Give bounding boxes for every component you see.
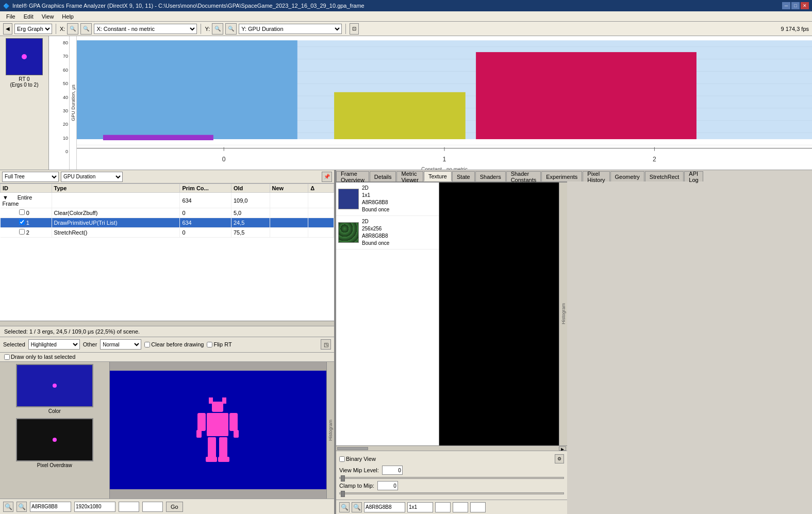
table-row[interactable]: ▶ 2 StretchRect() 0 75,5 xyxy=(1,228,334,238)
table-row[interactable]: ▼ Entire Frame 634 109,0 xyxy=(1,193,334,208)
overdraw-thumbnail[interactable] xyxy=(16,418,93,461)
y-metric-select[interactable]: Y: GPU Duration xyxy=(239,24,342,34)
texture-scroll-thumb[interactable] xyxy=(337,447,368,450)
tab-geometry[interactable]: Geometry xyxy=(610,171,644,181)
texture-item-2[interactable]: 2D 256x256 A8R8G8B8 Bound once xyxy=(336,216,439,250)
flip-rt-checkbox[interactable] xyxy=(207,342,212,347)
y-zoom-in-btn[interactable]: 🔍 xyxy=(212,23,223,35)
texture-item-1[interactable]: 2D 1x1 A8R8G8B8 Bound once xyxy=(336,183,439,216)
frame-tree-pin-btn[interactable]: 📌 xyxy=(322,172,332,182)
coord-x-input[interactable] xyxy=(119,502,139,512)
graph-canvas[interactable]: 0 1 2 Constant - no metric xyxy=(77,36,812,170)
texture-size-2: 256x256 xyxy=(362,225,389,233)
minimize-button[interactable]: ─ xyxy=(782,2,790,9)
color-thumbnail[interactable] xyxy=(16,364,93,407)
draw-only-checkbox[interactable] xyxy=(4,354,10,360)
mip-slider-track[interactable] xyxy=(339,477,564,479)
menu-file[interactable]: File xyxy=(2,12,20,21)
expand-icon[interactable]: ▼ xyxy=(3,194,9,201)
table-row[interactable]: ▶ 1 DrawPrimitiveUP(Tri List) 634 24,5 xyxy=(1,218,334,228)
row-checkbox[interactable] xyxy=(19,209,25,215)
texture-format-input[interactable] xyxy=(364,502,405,512)
y-zoom-out-btn[interactable]: 🔍 xyxy=(225,23,237,35)
table-row[interactable]: ▶ 0 Clear(ColorZbuff) 0 5,0 xyxy=(1,208,334,218)
texture-size-input[interactable] xyxy=(407,502,433,512)
clamp-mip-input[interactable] xyxy=(377,481,398,490)
rt-thumbnail[interactable] xyxy=(6,38,43,75)
tab-api-log[interactable]: API Log xyxy=(684,171,703,181)
tab-experiments[interactable]: Experiments xyxy=(541,171,582,181)
col-new[interactable]: New xyxy=(270,184,308,193)
render-settings-btn[interactable]: ◳ xyxy=(321,339,331,350)
overdraw-thumbnail-container[interactable]: Pixel Overdraw xyxy=(2,418,107,468)
row-checkbox[interactable] xyxy=(19,219,25,225)
coord-y-input[interactable] xyxy=(142,502,163,512)
tab-stretchrect[interactable]: StretchRect xyxy=(645,171,684,181)
draw-only-row: Draw only to last selected xyxy=(0,353,334,362)
table-scrollbar[interactable] xyxy=(0,321,334,326)
x-zoom-out-btn[interactable]: 🔍 xyxy=(80,23,92,35)
view-mip-input[interactable] xyxy=(382,466,403,475)
render-viewport[interactable] xyxy=(110,362,326,499)
color-thumbnail-container[interactable]: Color xyxy=(2,364,107,414)
tab-shader-constants[interactable]: Shader Constants xyxy=(506,171,541,181)
tab-metric-viewer[interactable]: Metric Viewer xyxy=(396,171,423,181)
col-type[interactable]: Type xyxy=(52,184,180,193)
tab-state[interactable]: State xyxy=(452,171,475,181)
right-panel: Frame Overview Details Metric Viewer Tex… xyxy=(335,170,567,514)
texture-zoom-in-btn[interactable]: 🔍 xyxy=(339,502,350,512)
mip-slider-thumb[interactable] xyxy=(341,475,345,482)
scroll-right-btn[interactable]: ▶ xyxy=(559,446,566,451)
tab-shaders[interactable]: Shaders xyxy=(475,171,506,181)
tab-frame-overview[interactable]: Frame Overview xyxy=(336,171,369,181)
clear-before-drawing-label[interactable]: Clear before drawing xyxy=(144,341,204,347)
metric-select[interactable]: GPU Duration xyxy=(61,172,123,182)
tab-texture[interactable]: Texture xyxy=(424,171,452,181)
texture-thumb-1 xyxy=(338,189,359,209)
texture-coord3-input[interactable] xyxy=(470,502,486,512)
col-old[interactable]: Old xyxy=(231,184,270,193)
go-button[interactable]: Go xyxy=(166,502,183,512)
menu-view[interactable]: View xyxy=(38,12,58,21)
right-histogram-panel: Histogram xyxy=(559,183,567,445)
toolbar-back-btn[interactable]: ◀ xyxy=(3,23,12,35)
menu-help[interactable]: Help xyxy=(58,12,78,21)
texture-coord2-input[interactable] xyxy=(453,502,468,512)
format-input[interactable] xyxy=(30,502,71,512)
row-checkbox[interactable] xyxy=(19,229,25,235)
y-axis-label-container: GPU Duration, μs xyxy=(70,36,77,170)
col-id[interactable]: ID xyxy=(1,184,52,193)
clamp-slider-thumb[interactable] xyxy=(341,491,345,497)
binary-view-checkbox[interactable] xyxy=(339,456,345,462)
binary-view-btn[interactable]: ⚙ xyxy=(555,454,564,463)
other-mode-select[interactable]: Normal xyxy=(100,339,141,350)
clamp-slider-track[interactable] xyxy=(339,492,564,494)
tab-pixel-history[interactable]: Pixel History xyxy=(583,171,609,181)
tree-type-select[interactable]: Full Tree xyxy=(2,172,59,182)
maximize-button[interactable]: □ xyxy=(791,2,800,9)
histogram-side-render: Histogram xyxy=(326,362,334,499)
overdraw-label: Pixel Overdraw xyxy=(37,462,72,468)
clear-before-drawing-checkbox[interactable] xyxy=(144,342,150,347)
x-metric-select[interactable]: X: Constant - no metric xyxy=(94,24,197,34)
col-prim[interactable]: Prim Co... xyxy=(180,184,231,193)
texture-scrollbar[interactable]: ▶ xyxy=(336,445,567,451)
texture-coord1-input[interactable] xyxy=(435,502,451,512)
frame-tree-table[interactable]: ID Type Prim Co... Old New Δ ▼ xyxy=(0,184,334,321)
zoom-in-btn[interactable]: 🔍 xyxy=(3,502,13,512)
draw-only-label[interactable]: Draw only to last selected xyxy=(4,354,75,360)
zoom-fit-btn[interactable]: ⊡ xyxy=(350,23,359,35)
binary-view-icon-btn[interactable]: ⚙ xyxy=(555,454,564,463)
tab-details[interactable]: Details xyxy=(370,171,396,181)
binary-view-label[interactable]: Binary View xyxy=(339,456,376,462)
close-button[interactable]: ✕ xyxy=(801,2,809,9)
selected-mode-select[interactable]: Highlighted xyxy=(28,339,80,350)
menu-edit[interactable]: Edit xyxy=(20,12,38,21)
flip-rt-label[interactable]: Flip RT xyxy=(207,341,231,347)
erg-graph-select[interactable]: Erg Graph xyxy=(14,24,52,34)
col-delta[interactable]: Δ xyxy=(308,184,334,193)
resolution-input[interactable] xyxy=(74,502,115,512)
texture-zoom-out-btn[interactable]: 🔍 xyxy=(352,502,362,512)
x-zoom-in-btn[interactable]: 🔍 xyxy=(67,23,78,35)
zoom-out-btn[interactable]: 🔍 xyxy=(16,502,27,512)
